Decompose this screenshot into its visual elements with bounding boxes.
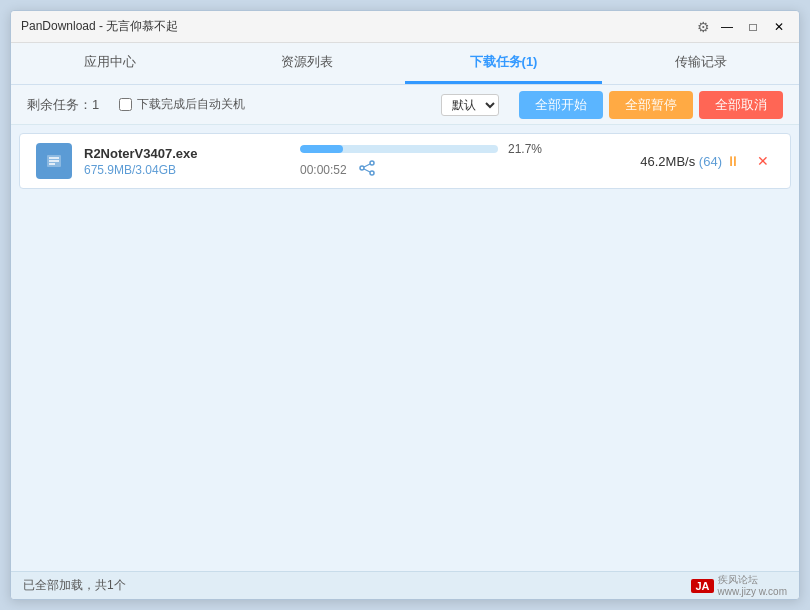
watermark-logo: JA [691,579,713,593]
close-button[interactable]: ✕ [769,17,789,37]
download-speed: 46.2MB/s (64) [640,154,722,169]
progress-percent: 21.7% [508,142,546,156]
watermark-site: 疾风论坛 [718,574,787,586]
tab-transfer-records[interactable]: 传输记录 [602,43,799,84]
svg-line-9 [364,169,370,172]
svg-line-8 [364,164,370,167]
title-bar: PanDownload - 无言仰慕不起 ⚙ — □ ✕ [11,11,799,43]
elapsed-time: 00:00:52 [300,163,347,177]
watermark: JA 疾风论坛 www.jizy w.com [691,574,787,598]
mode-dropdown[interactable]: 默认 [441,94,499,116]
file-icon [36,143,72,179]
tab-app-center[interactable]: 应用中心 [11,43,208,84]
maximize-button[interactable]: □ [743,17,763,37]
cancel-item-button[interactable]: ✕ [752,150,774,172]
progress-bar-fill [300,145,343,153]
svg-point-7 [370,171,374,175]
task-count-label: 剩余任务：1 [27,96,99,114]
progress-section: 21.7% 00:00:52 [284,142,562,180]
download-item: R2NoterV3407.exe 675.9MB/3.04GB 21.7% 00… [19,133,791,189]
auto-shutdown-label[interactable]: 下载完成后自动关机 [137,96,245,113]
settings-icon[interactable]: ⚙ [695,19,711,35]
tab-resource-list[interactable]: 资源列表 [208,43,405,84]
btn-group: 全部开始 全部暂停 全部取消 [519,91,783,119]
main-window: PanDownload - 无言仰慕不起 ⚙ — □ ✕ 应用中心 资源列表 下… [10,10,800,600]
window-title: PanDownload - 无言仰慕不起 [21,18,695,35]
progress-bar-background [300,145,498,153]
file-info: R2NoterV3407.exe 675.9MB/3.04GB [84,146,284,177]
nav-tabs: 应用中心 资源列表 下载任务(1) 传输记录 [11,43,799,85]
svg-point-5 [370,161,374,165]
svg-point-6 [360,166,364,170]
auto-shutdown-checkbox[interactable] [119,98,132,111]
toolbar: 剩余任务：1 下载完成后自动关机 默认 全部开始 全部暂停 全部取消 [11,85,799,125]
auto-shutdown-group: 下载完成后自动关机 [119,96,245,113]
pause-item-button[interactable]: ⏸ [722,150,744,172]
pause-all-button[interactable]: 全部暂停 [609,91,693,119]
status-text: 已全部加载，共1个 [23,577,126,594]
watermark-url: www.jizy w.com [718,586,787,598]
share-icon[interactable] [359,160,375,180]
speed-section: 46.2MB/s (64) [562,154,722,169]
file-name: R2NoterV3407.exe [84,146,284,161]
download-list: R2NoterV3407.exe 675.9MB/3.04GB 21.7% 00… [11,125,799,571]
tab-download-tasks[interactable]: 下载任务(1) [405,43,602,84]
progress-row: 21.7% [300,142,546,156]
file-size: 675.9MB/3.04GB [84,163,284,177]
title-icons: ⚙ — □ ✕ [695,17,789,37]
start-all-button[interactable]: 全部开始 [519,91,603,119]
status-bar: 已全部加载，共1个 JA 疾风论坛 www.jizy w.com [11,571,799,599]
dropdown-group: 默认 [441,94,499,116]
item-actions: ⏸ ✕ [722,150,774,172]
minimize-button[interactable]: — [717,17,737,37]
cancel-all-button[interactable]: 全部取消 [699,91,783,119]
